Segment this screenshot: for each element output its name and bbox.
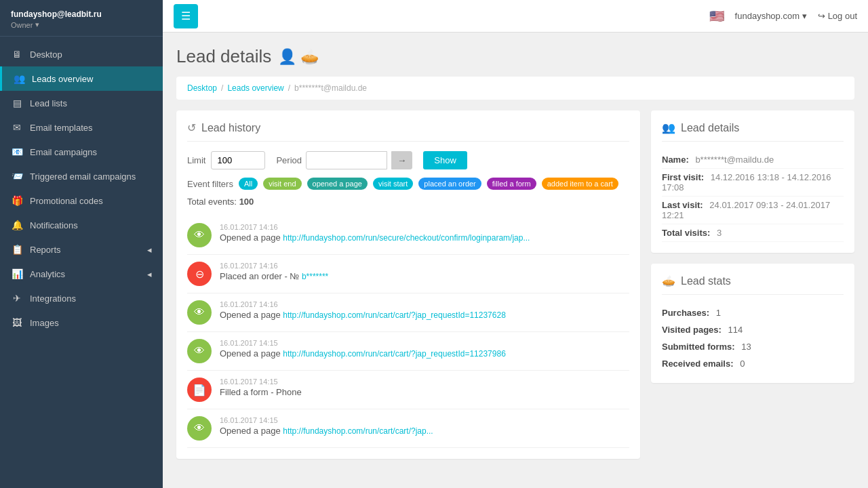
sidebar-item-triggered-email[interactable]: 📨 Triggered email campaigns xyxy=(0,164,163,188)
event-text: Opened a page http://fundayshop.com/run/… xyxy=(220,310,629,320)
event-item: 👁 16.01.2017 14:15 Opened a page http://… xyxy=(187,332,629,371)
lead-stats-icon: 🥧 xyxy=(662,274,675,287)
sidebar-username: fundayshop@leadbit.ru xyxy=(11,9,152,19)
filter-visit-end[interactable]: visit end xyxy=(263,178,301,190)
desktop-icon: 🖥 xyxy=(11,49,23,60)
event-link[interactable]: http://fundayshop.com/run/secure/checkou… xyxy=(283,233,530,243)
lead-history-title: ↺ Lead history xyxy=(187,121,629,142)
flag-icon[interactable]: 🇺🇸 xyxy=(709,9,724,24)
sidebar-item-analytics[interactable]: 📊 Analytics ◂ xyxy=(0,262,163,286)
lead-details-icon: 👥 xyxy=(662,121,675,134)
stat-submitted-forms-row: Submitted forms: 13 xyxy=(662,338,844,355)
lead-lists-icon: ▤ xyxy=(11,98,23,108)
sidebar-item-desktop[interactable]: 🖥 Desktop xyxy=(0,42,163,66)
event-link[interactable]: http://fundayshop.com/run/cart/cart/?jap… xyxy=(283,349,506,359)
sidebar-item-reports[interactable]: 📋 Reports ◂ xyxy=(0,237,163,262)
sidebar-item-notifications[interactable]: 🔔 Notifications xyxy=(0,213,163,237)
logout-button[interactable]: ↪ Log out xyxy=(818,11,857,21)
integrations-icon: ✈ xyxy=(11,293,23,304)
event-time: 16.01.2017 14:16 xyxy=(220,262,629,270)
event-link[interactable]: http://fundayshop.com/run/cart/cart/?jap… xyxy=(283,310,506,320)
filter-filled-a-form[interactable]: filled a form xyxy=(487,178,536,190)
lead-history-panel: ↺ Lead history Limit Period → xyxy=(176,110,640,470)
filter-placed-an-order[interactable]: placed an order xyxy=(418,178,481,190)
page-title: Lead details 👤 🥧 xyxy=(176,46,854,67)
stat-received-emails-row: Received emails: 0 xyxy=(662,355,844,372)
event-time: 16.01.2017 14:16 xyxy=(220,300,629,308)
sidebar-nav: 🖥 Desktop 👥 Leads overview ▤ Lead lists … xyxy=(0,37,163,335)
sidebar-header: fundayshop@leadbit.ru Owner ▾ xyxy=(0,0,163,37)
detail-last-visit-row: Last visit: 24.01.2017 09:13 - 24.01.201… xyxy=(662,197,844,224)
event-icon-order: ⊖ xyxy=(187,262,212,286)
detail-total-visits-row: Total visits: 3 xyxy=(662,224,844,242)
sidebar-role: Owner ▾ xyxy=(11,20,152,29)
breadcrumb-leads-overview[interactable]: Leads overview xyxy=(227,83,283,93)
event-text: Opened a page http://fundayshop.com/run/… xyxy=(220,232,629,243)
sidebar-item-images[interactable]: 🖼 Images xyxy=(0,310,163,335)
detail-first-visit-row: First visit: 14.12.2016 13:18 - 14.12.20… xyxy=(662,169,844,197)
topbar-domain[interactable]: fundayshop.com ▾ xyxy=(735,11,807,21)
logout-icon: ↪ xyxy=(818,11,825,21)
images-icon: 🖼 xyxy=(11,317,23,328)
event-text: Placed an order - № b******* xyxy=(220,271,629,281)
analytics-icon: 📊 xyxy=(11,268,23,279)
stat-visited-pages-row: Visited pages: 114 xyxy=(662,321,844,338)
period-from-input[interactable] xyxy=(306,151,387,169)
detail-name-row: Name: b*******t@maildu.de xyxy=(662,151,844,169)
period-group: Period → xyxy=(276,151,412,169)
notifications-icon: 🔔 xyxy=(11,220,23,230)
email-templates-icon: ✉ xyxy=(11,122,23,133)
period-arrow-button[interactable]: → xyxy=(391,151,412,169)
limit-label: Limit xyxy=(187,155,205,165)
event-time: 16.01.2017 14:15 xyxy=(220,378,629,386)
event-item: 👁 16.01.2017 14:15 Opened a page http://… xyxy=(187,409,629,448)
reports-arrow-icon: ◂ xyxy=(147,245,152,255)
main-content: ☰ 🇺🇸 fundayshop.com ▾ ↪ Log out Lead det… xyxy=(163,0,868,488)
sidebar-item-email-templates[interactable]: ✉ Email templates xyxy=(0,115,163,140)
show-button[interactable]: Show xyxy=(423,151,467,169)
filter-added-item-to-cart[interactable]: added item to a cart xyxy=(542,178,618,190)
event-item: ⊖ 16.01.2017 14:16 Placed an order - № b… xyxy=(187,255,629,293)
page-content: Lead details 👤 🥧 Desktop / Leads overvie… xyxy=(163,33,868,488)
sidebar-item-integrations[interactable]: ✈ Integrations xyxy=(0,286,163,310)
filter-all-badge[interactable]: All xyxy=(239,178,258,190)
event-time: 16.01.2017 14:16 xyxy=(220,223,629,231)
event-list: 👁 16.01.2017 14:16 Opened a page http://… xyxy=(187,216,629,448)
filter-opened-a-page[interactable]: opened a page xyxy=(307,178,368,190)
event-icon-eye: 👁 xyxy=(187,416,212,441)
breadcrumb-sep1: / xyxy=(221,83,223,93)
sidebar-item-promotional-codes[interactable]: 🎁 Promotional codes xyxy=(0,188,163,213)
breadcrumb: Desktop / Leads overview / b*******t@mai… xyxy=(176,77,854,100)
event-icon-eye: 👁 xyxy=(187,300,212,325)
sidebar-item-leads-overview[interactable]: 👥 Leads overview xyxy=(0,66,163,91)
triggered-email-icon: 📨 xyxy=(11,171,23,182)
event-link[interactable]: b******* xyxy=(302,272,328,281)
reports-icon: 📋 xyxy=(11,244,23,255)
lead-details-card: 👥 Lead details Name: b*******t@maildu.de… xyxy=(651,110,854,253)
menu-button[interactable]: ☰ xyxy=(174,4,198,28)
limit-input[interactable] xyxy=(211,151,265,169)
stat-purchases-row: Purchases: 1 xyxy=(662,304,844,321)
event-filters-row: Event filters All visit end opened a pag… xyxy=(187,178,629,190)
lead-history-card: ↺ Lead history Limit Period → xyxy=(176,110,640,459)
right-panel: 👥 Lead details Name: b*******t@maildu.de… xyxy=(651,110,854,470)
filters-row: Limit Period → Show xyxy=(187,151,629,169)
sidebar-item-lead-lists[interactable]: ▤ Lead lists xyxy=(0,91,163,115)
limit-group: Limit xyxy=(187,151,265,169)
event-icon-form: 📄 xyxy=(187,378,212,402)
person-icon: 👤 xyxy=(278,48,296,66)
event-icon-eye: 👁 xyxy=(187,339,212,363)
email-campaigns-icon: 📧 xyxy=(11,146,23,157)
breadcrumb-sep2: / xyxy=(288,83,290,93)
event-time: 16.01.2017 14:15 xyxy=(220,339,629,347)
breadcrumb-desktop[interactable]: Desktop xyxy=(187,83,217,93)
sidebar-item-email-campaigns[interactable]: 📧 Email campaigns xyxy=(0,140,163,164)
hamburger-icon: ☰ xyxy=(181,9,191,22)
sidebar: fundayshop@leadbit.ru Owner ▾ 🖥 Desktop … xyxy=(0,0,163,488)
filter-visit-start[interactable]: visit start xyxy=(373,178,413,190)
pie-chart-icon: 🥧 xyxy=(300,48,319,66)
event-text: Opened a page http://fundayshop.com/run/… xyxy=(220,426,629,436)
event-text: Filled a form - Phone xyxy=(220,387,629,397)
event-text: Opened a page http://fundayshop.com/run/… xyxy=(220,348,629,359)
event-link[interactable]: http://fundayshop.com/run/cart/cart/?jap… xyxy=(283,426,433,436)
